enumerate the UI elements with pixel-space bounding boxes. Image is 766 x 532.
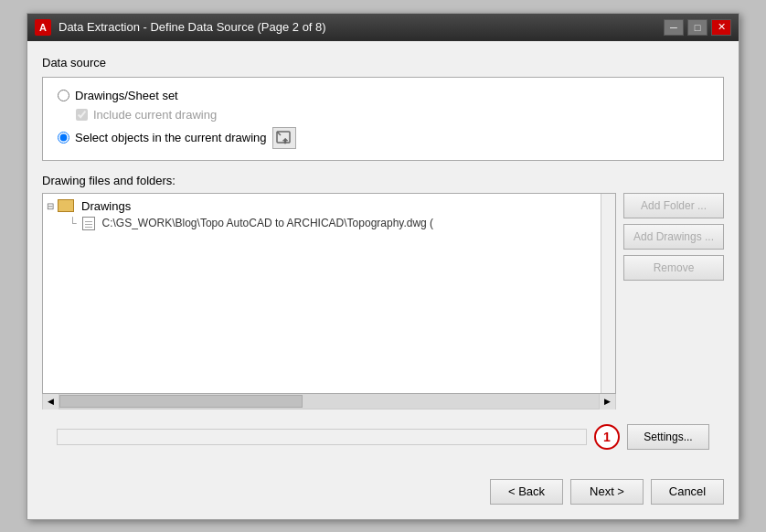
select-objects-icon-button[interactable] [272,127,296,149]
titlebar: A Data Extraction - Define Data Source (… [27,14,739,41]
tree-root-row: ⊟ Drawings [43,197,615,215]
tree-content: ⊟ Drawings └ C:\GS_WORK\Blog\Topo AutoCA… [43,194,615,236]
drawings-sheet-set-radio[interactable] [58,90,69,101]
tree-child-label: C:\GS_WORK\Blog\Topo AutoCAD to ARCHICAD… [102,217,434,229]
horizontal-scrollbar[interactable]: ◀ ▶ [42,393,616,410]
tree-child-row: └ C:\GS_WORK\Blog\Topo AutoCAD to ARCHIC… [43,215,615,232]
tree-expand-icon[interactable]: ⊟ [47,201,54,211]
tree-connector-icon: └ [69,217,77,229]
select-cursor-icon [276,131,293,145]
cancel-button[interactable]: Cancel [651,479,724,505]
back-button[interactable]: < Back [490,479,563,505]
badge-number: 1 [594,424,620,450]
app-icon: A [35,19,51,36]
drawing-files-label: Drawing files and folders: [42,174,724,187]
footer: < Back Next > Cancel [27,472,739,519]
bottom-area: 1 Settings... [42,417,724,457]
include-current-drawing-label: Include current drawing [93,108,217,122]
content-area: Data source Drawings/Sheet set Include c… [27,41,739,472]
add-drawings-button[interactable]: Add Drawings ... [623,224,724,250]
bottom-scrollbar-placeholder[interactable] [57,429,587,445]
scroll-left-button[interactable]: ◀ [43,393,59,410]
datasource-section-label: Data source [42,56,724,69]
right-buttons-panel: Add Folder ... Add Drawings ... Remove [623,193,724,410]
select-objects-radio[interactable] [58,132,69,144]
remove-button[interactable]: Remove [623,255,724,281]
datasource-box: Drawings/Sheet set Include current drawi… [42,77,724,161]
window-title: Data Extraction - Define Data Source (Pa… [59,20,656,34]
drawings-sheet-set-label: Drawings/Sheet set [75,89,178,102]
add-folder-button[interactable]: Add Folder ... [623,193,724,218]
vertical-scrollbar[interactable] [601,194,615,393]
drawing-files-area: ⊟ Drawings └ C:\GS_WORK\Blog\Topo AutoCA… [42,193,724,410]
include-current-drawing-row: Include current drawing [76,108,708,122]
settings-button[interactable]: Settings... [627,424,709,450]
tree-root-label: Drawings [81,199,131,213]
next-button[interactable]: Next > [570,479,644,505]
scroll-right-button[interactable]: ▶ [599,393,615,410]
scroll-thumb[interactable] [59,395,303,408]
titlebar-controls: ─ □ ✕ [664,19,731,36]
tree-panel-wrapper: ⊟ Drawings └ C:\GS_WORK\Blog\Topo AutoCA… [42,193,616,410]
select-objects-label: Select objects in the current drawing [75,131,267,144]
tree-panel[interactable]: ⊟ Drawings └ C:\GS_WORK\Blog\Topo AutoCA… [42,193,616,394]
folder-icon [58,199,74,212]
scroll-track[interactable] [59,394,599,409]
minimize-button[interactable]: ─ [664,19,684,36]
drawings-sheet-set-row: Drawings/Sheet set [58,89,708,102]
select-objects-row: Select objects in the current drawing [58,127,708,149]
include-current-drawing-checkbox[interactable] [76,109,88,121]
file-icon [82,217,95,230]
main-window: A Data Extraction - Define Data Source (… [27,13,739,520]
maximize-button[interactable]: □ [687,19,707,36]
close-button[interactable]: ✕ [711,19,731,36]
